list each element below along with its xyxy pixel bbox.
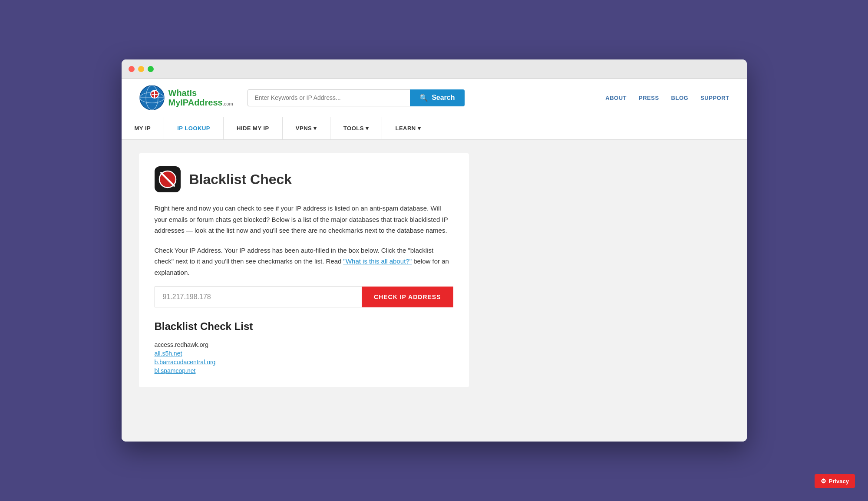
content-card: Blacklist Check Right here and now you c… — [139, 153, 469, 387]
blacklist-section-title: Blacklist Check List — [155, 320, 453, 333]
privacy-badge[interactable]: ⚙ Privacy — [815, 474, 855, 488]
title-bar — [122, 59, 747, 79]
header-nav: ABOUT PRESS BLOG SUPPORT — [605, 95, 729, 101]
nav-ip-lookup[interactable]: IP LOOKUP — [164, 117, 224, 139]
nav-press[interactable]: PRESS — [639, 95, 659, 101]
logo-line2: MyIPAddress.com — [168, 98, 233, 107]
list-item: access.redhawk.org — [155, 341, 453, 348]
sidebar — [608, 140, 747, 442]
nav-support[interactable]: SUPPORT — [700, 95, 729, 101]
nav-about[interactable]: ABOUT — [605, 95, 627, 101]
nav-tools[interactable]: TOOLS ▾ — [330, 117, 383, 139]
blacklist-list: access.redhawk.org all.s5h.net b.barracu… — [155, 341, 453, 374]
logo-text: WhatIs MyIPAddress.com — [168, 88, 233, 107]
nav-learn[interactable]: LEARN ▾ — [382, 117, 434, 139]
search-area: 🔍 Search — [248, 89, 465, 106]
site-header: WhatIs MyIPAddress.com 🔍 Search ABOUT PR… — [122, 79, 747, 117]
content-main: Blacklist Check Right here and now you c… — [122, 140, 608, 442]
search-icon: 🔍 — [419, 94, 428, 102]
traffic-lights — [129, 66, 154, 72]
what-is-link[interactable]: "What is this all about?" — [343, 257, 412, 265]
nav-hide-my-ip[interactable]: HIDE MY IP — [224, 117, 283, 139]
list-item[interactable]: b.barracudacentral.org — [155, 359, 453, 366]
browser-window: WhatIs MyIPAddress.com 🔍 Search ABOUT PR… — [122, 59, 747, 442]
nav-blog[interactable]: BLOG — [671, 95, 689, 101]
search-input[interactable] — [248, 89, 410, 106]
search-button[interactable]: 🔍 Search — [410, 89, 464, 106]
main-nav: MY IP IP LOOKUP HIDE MY IP VPNS ▾ TOOLS … — [122, 117, 747, 140]
check-ip-button[interactable]: CHECK IP ADDRESS — [362, 287, 453, 307]
privacy-label: Privacy — [829, 478, 849, 485]
blacklist-icon — [155, 166, 181, 192]
logo-line1: WhatIs — [168, 88, 233, 98]
description-1: Right here and now you can check to see … — [155, 203, 453, 236]
close-button[interactable] — [129, 66, 135, 72]
list-item[interactable]: all.s5h.net — [155, 350, 453, 357]
gear-icon: ⚙ — [821, 478, 826, 485]
ip-check-row: CHECK IP ADDRESS — [155, 287, 453, 307]
minimize-button[interactable] — [138, 66, 144, 72]
page-header: Blacklist Check — [155, 166, 453, 192]
ip-address-input[interactable] — [155, 287, 362, 307]
maximize-button[interactable] — [148, 66, 154, 72]
nav-vpns[interactable]: VPNS ▾ — [283, 117, 330, 139]
list-item[interactable]: bl.spamcop.net — [155, 367, 453, 374]
page-title: Blacklist Check — [189, 171, 292, 188]
logo-globe-icon — [139, 85, 165, 111]
page-content: Blacklist Check Right here and now you c… — [122, 140, 747, 442]
logo-area[interactable]: WhatIs MyIPAddress.com — [139, 85, 234, 111]
nav-my-ip[interactable]: MY IP — [122, 117, 165, 139]
no-entry-icon — [158, 170, 177, 188]
description-2: Check Your IP Address. Your IP address h… — [155, 245, 453, 278]
